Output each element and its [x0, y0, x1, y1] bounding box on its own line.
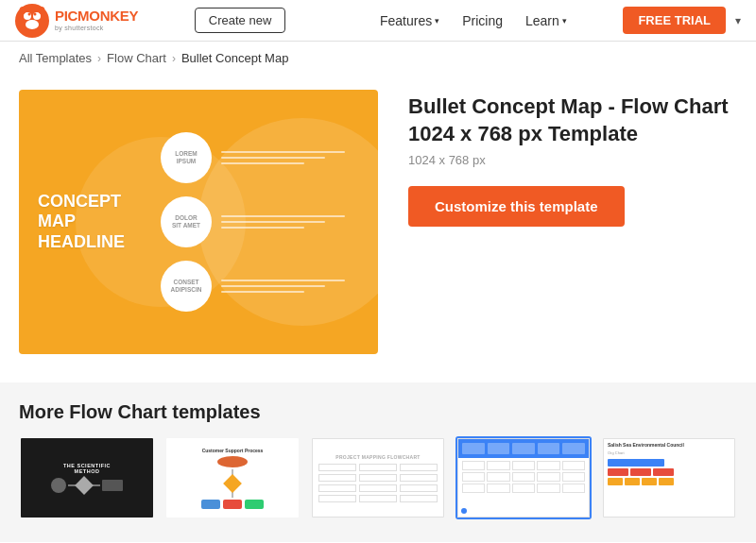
preview-headline: CONCEPT MAP HEADLINE	[38, 192, 151, 253]
preview-lines-1	[221, 151, 359, 164]
thumb4-header	[458, 439, 589, 458]
preview-row-1: LOREM IPSUM	[161, 132, 359, 183]
svg-point-5	[34, 12, 37, 15]
breadcrumb: All Templates › Flow Chart › Bullet Conc…	[0, 42, 756, 75]
nav-pricing[interactable]: Pricing	[462, 13, 503, 28]
line-5	[221, 221, 325, 223]
thumb4-c3	[512, 461, 535, 470]
thumb4-c15	[562, 484, 585, 493]
thumbnail-3[interactable]: PROJECT MAPPING FLOWCHART	[310, 436, 446, 519]
nav-learn[interactable]: Learn ▾	[525, 13, 567, 28]
learn-chevron-icon: ▾	[562, 16, 567, 25]
thumb3-cell-10	[318, 495, 356, 502]
thumbnail-4[interactable]	[455, 436, 592, 519]
preview-circle-1: LOREM IPSUM	[161, 132, 212, 183]
thumb5-row1	[608, 459, 730, 467]
line-7	[221, 280, 345, 281]
thumb4-c2	[487, 461, 509, 470]
thumb5-block8	[659, 478, 674, 485]
logo-text: PICMONKEY by shutterstock	[55, 8, 138, 31]
more-section: More Flow Chart templates THE SCIENTIFIC…	[0, 382, 756, 542]
thumb4-h4	[538, 443, 560, 454]
thumb3-bg: PROJECT MAPPING FLOWCHART	[312, 438, 444, 518]
thumb5-block5	[608, 478, 623, 485]
thumb4-c8	[512, 472, 535, 482]
thumb3-row4	[318, 495, 438, 502]
thumb3-row1	[318, 464, 438, 471]
thumb5-block6	[625, 478, 640, 485]
selected-indicator	[461, 508, 467, 514]
thumb2-flow	[201, 456, 264, 509]
svg-point-4	[28, 12, 31, 15]
breadcrumb-all-templates[interactable]: All Templates	[19, 51, 92, 65]
thumb2-boxes	[201, 500, 264, 509]
thumb3-title: PROJECT MAPPING FLOWCHART	[318, 454, 438, 460]
thumb4-c6	[462, 472, 485, 482]
line-9	[221, 291, 304, 293]
thumb1-bg: THE SCIENTIFICMETHOD	[21, 438, 153, 518]
preview-circles: LOREM IPSUM DOLOR SIT AMET	[151, 132, 359, 312]
more-section-title: More Flow Chart templates	[19, 401, 737, 423]
breadcrumb-flow-chart[interactable]: Flow Chart	[107, 51, 166, 65]
header-right: FREE TRIAL ▾	[623, 7, 741, 34]
line-6	[221, 227, 304, 229]
thumb4-c13	[512, 484, 535, 493]
thumb4-bg	[457, 438, 590, 518]
thumb5-row3	[608, 478, 730, 485]
customize-button[interactable]: Customize this template	[408, 186, 625, 227]
thumb4-c9	[537, 472, 559, 482]
svg-point-3	[26, 20, 39, 29]
thumb4-c1	[462, 461, 485, 470]
logo-area: PICMONKEY by shutterstock	[15, 4, 138, 38]
thumb3-cell-7	[318, 484, 356, 492]
thumb2-box1	[201, 500, 220, 509]
thumb2-content: Customer Support Process	[166, 442, 299, 515]
thumbnail-1[interactable]: THE SCIENTIFICMETHOD	[19, 436, 155, 519]
thumb4-c12	[487, 484, 509, 493]
free-trial-button[interactable]: FREE TRIAL	[623, 7, 726, 34]
logo-icon	[15, 4, 49, 38]
breadcrumb-sep2: ›	[172, 52, 176, 65]
template-info: Bullet Concept Map - Flow Chart1024 x 76…	[408, 90, 737, 227]
line-1	[221, 151, 345, 153]
thumb1-circle	[51, 478, 66, 493]
thumb4-c4	[537, 461, 559, 470]
nav-features[interactable]: Features ▾	[380, 13, 439, 28]
thumbnail-5[interactable]: Salish Sea Environmental Council Org Cha…	[601, 436, 737, 519]
thumb3-row3	[318, 484, 438, 492]
thumb4-h5	[562, 443, 585, 454]
thumb2-diamond	[223, 474, 242, 493]
thumb3-content: PROJECT MAPPING FLOWCHART	[313, 449, 443, 508]
thumbnail-2[interactable]: Customer Support Process	[164, 436, 301, 519]
template-size: 1024 x 768 px	[408, 153, 737, 167]
thumb3-cell-8	[359, 484, 397, 492]
thumb3-cell-1	[318, 464, 356, 471]
main-content: CONCEPT MAP HEADLINE LOREM IPSUM	[0, 75, 756, 382]
thumb5-rows	[604, 457, 734, 487]
create-new-button[interactable]: Create new	[195, 8, 285, 33]
thumb5-block3	[630, 468, 651, 476]
thumb1-title: THE SCIENTIFICMETHOD	[63, 463, 111, 474]
thumb3-cell-4	[318, 474, 356, 482]
menu-chevron-icon[interactable]: ▾	[735, 14, 741, 27]
thumb4-row3	[462, 484, 585, 493]
thumb3-cell-9	[400, 484, 438, 492]
preview-row-2: DOLOR SIT AMET	[161, 196, 359, 247]
thumb5-block1	[608, 459, 664, 467]
thumb4-h2	[488, 443, 510, 454]
thumb2-box3	[245, 500, 264, 509]
breadcrumb-sep1: ›	[97, 52, 101, 65]
thumb5-block7	[642, 478, 657, 485]
thumb5-bg: Salish Sea Environmental Council Org Cha…	[603, 438, 735, 518]
thumb4-c7	[487, 472, 509, 482]
thumb3-cell-11	[359, 495, 397, 502]
thumb5-title: Salish Sea Environmental Council	[604, 439, 734, 450]
line-8	[221, 285, 325, 287]
thumb4-c10	[562, 472, 585, 482]
thumb4-body	[458, 458, 589, 517]
thumb1-diamond	[75, 476, 94, 495]
thumb3-cell-3	[400, 464, 438, 471]
main-nav: Features ▾ Pricing Learn ▾	[380, 13, 567, 28]
thumb1-diagram	[51, 478, 123, 493]
thumb1-content: THE SCIENTIFICMETHOD	[45, 457, 129, 499]
